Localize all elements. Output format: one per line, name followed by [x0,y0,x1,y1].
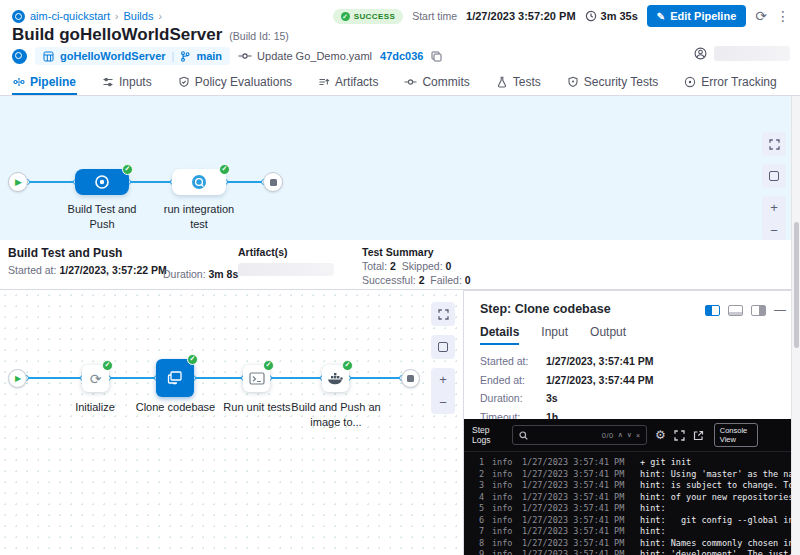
successful-label: Successful: [362,274,416,286]
more-options-button[interactable]: ⋮ [776,9,790,23]
log-timestamp: 1/27/2023 3:57:41 PM [522,538,640,550]
user-row [694,46,790,61]
log-line-number: 6 [472,515,484,527]
log-line: 4info1/27/2023 3:57:41 PMhint: of your n… [472,492,791,504]
test-summary-label: Test Summary [362,246,471,258]
tab-inputs[interactable]: Inputs [101,68,153,95]
canvas-fullscreen-button[interactable] [762,132,786,156]
log-line: 2info1/27/2023 3:57:41 PMhint: Using 'ma… [472,469,791,481]
stage-node-build-test-and-push[interactable]: ✓ [75,169,129,195]
clone-codebase-icon [166,369,184,387]
field-ended-at: Ended at: 1/27/2023, 3:57:44 PM [480,374,786,386]
tab-input[interactable]: Input [541,325,568,345]
search-next-button[interactable]: ∨ [627,431,632,439]
layout-split-bottom-button[interactable] [728,305,743,316]
zoom-out-button[interactable]: − [762,219,786,240]
step-node-run-unit-tests[interactable]: ✓ [243,365,270,392]
commit-sha-link[interactable]: 47dc036 [380,50,423,62]
canvas-fullscreen-button[interactable] [431,302,455,326]
log-line-number: 5 [472,503,484,515]
tab-pipeline[interactable]: Pipeline [12,68,77,95]
breadcrumb-builds[interactable]: Builds [123,10,153,22]
clock-icon [585,10,597,22]
search-clear-button[interactable]: × [636,432,640,439]
step-success-check-icon: ✓ [187,354,198,365]
log-level: info [492,480,522,492]
step-success-check-icon: ✓ [263,360,274,371]
panel-minimize-button[interactable]: — [774,303,786,317]
log-line: 1info1/27/2023 3:57:41 PM+ git init [472,457,791,469]
log-body[interactable]: 1info1/27/2023 3:57:41 PM+ git init 2inf… [464,452,791,555]
search-prev-button[interactable]: ∧ [618,431,623,439]
console-title: Step Logs [472,425,504,445]
log-search-input[interactable] [532,430,598,440]
tab-error-tracking[interactable]: Error Tracking [683,68,777,95]
stage-summary-band: Build Test and Push Started at: 1/27/202… [0,240,800,290]
stage-end-node[interactable] [263,172,283,192]
refresh-button[interactable]: ⟳ [755,9,767,23]
repo-chip[interactable]: goHelloWorldServer | main [35,47,230,65]
status-badge: ✓ SUCCESS [333,9,403,24]
tab-security-tests[interactable]: Security Tests [566,68,659,95]
copy-icon[interactable] [431,51,442,62]
graph-connector [129,181,172,183]
edit-pipeline-button[interactable]: ✎ Edit Pipeline [647,5,746,27]
total-value: 2 [390,260,396,272]
canvas-zoom-controls: + − [762,196,786,240]
log-level: info [492,503,522,515]
build-tabbar: Pipeline Inputs Policy Evaluations Artif… [0,68,800,96]
step-end-node[interactable] [401,369,420,388]
tab-details[interactable]: Details [480,325,519,345]
log-message: hint: Using 'master' as the name for th [640,469,791,481]
log-settings-button[interactable]: ⚙ [655,429,666,441]
step-graph-canvas: ▶ ⟳ ✓ ✓ ✓ ✓ Initialize Clone [0,290,463,555]
log-timestamp: 1/27/2023 3:57:41 PM [522,526,640,538]
panel-layout-controls: — [705,303,786,317]
tab-commits[interactable]: Commits [403,68,470,95]
console-view-button[interactable]: Console View [714,423,758,448]
canvas-fit-view-button[interactable] [431,335,455,359]
log-message: hint: of your new repositories, which w [640,492,791,504]
layout-split-right-button[interactable] [705,305,720,316]
stage-node-run-integration-test[interactable]: ✓ [172,169,226,195]
tab-artifacts[interactable]: Artifacts [317,68,379,95]
page-scrollbar[interactable] [791,96,800,555]
step-panel-title: Step: Clone codebase [480,302,611,316]
log-open-new-tab-button[interactable] [693,430,704,441]
stage-node-label: Build Test and Push [58,202,146,232]
step-node-build-and-push[interactable]: ✓ [322,365,349,392]
log-line: 8info1/27/2023 3:57:41 PMhint: Names com… [472,538,791,550]
log-level: info [492,469,522,481]
artifacts-tab-icon [318,76,330,88]
log-message: hint: [640,526,666,538]
tab-policy-evaluations[interactable]: Policy Evaluations [177,68,293,95]
tab-output[interactable]: Output [590,325,626,345]
log-line-number: 1 [472,457,484,469]
zoom-out-button[interactable]: − [431,391,455,414]
scrollbar-thumb[interactable] [794,222,799,348]
started-label: Started at: [8,264,56,276]
log-message: hint: Names commonly chosen instead of [640,538,791,550]
breadcrumb-project[interactable]: aim-ci-quickstart [30,10,110,22]
zoom-in-button[interactable]: + [431,368,455,391]
zoom-in-button[interactable]: + [762,196,786,219]
ci-stage-icon [94,174,110,190]
tab-label: Tests [513,75,541,89]
elapsed-time: 3m 35s [585,10,638,22]
canvas-fit-view-button[interactable] [762,164,786,188]
log-fullscreen-button[interactable] [674,430,685,441]
log-level: info [492,526,522,538]
test-summary-block: Test Summary Total: 2 Skipped: 0 Success… [362,246,471,286]
graph-connector [109,377,156,379]
tab-tests[interactable]: Tests [495,68,542,95]
step-node-clone-codebase[interactable]: ✓ [156,359,194,397]
duration-label: Duration: [163,268,206,280]
elapsed-text: 3m 35s [601,10,638,22]
layout-expand-panel-button[interactable] [751,305,766,316]
step-start-node[interactable]: ▶ [8,369,27,388]
step-node-initialize[interactable]: ⟳ ✓ [82,365,109,392]
log-timestamp: 1/27/2023 3:57:41 PM [522,503,640,515]
log-line-number: 4 [472,492,484,504]
total-label: Total: [362,260,387,272]
stage-start-node[interactable]: ▶ [8,172,28,192]
